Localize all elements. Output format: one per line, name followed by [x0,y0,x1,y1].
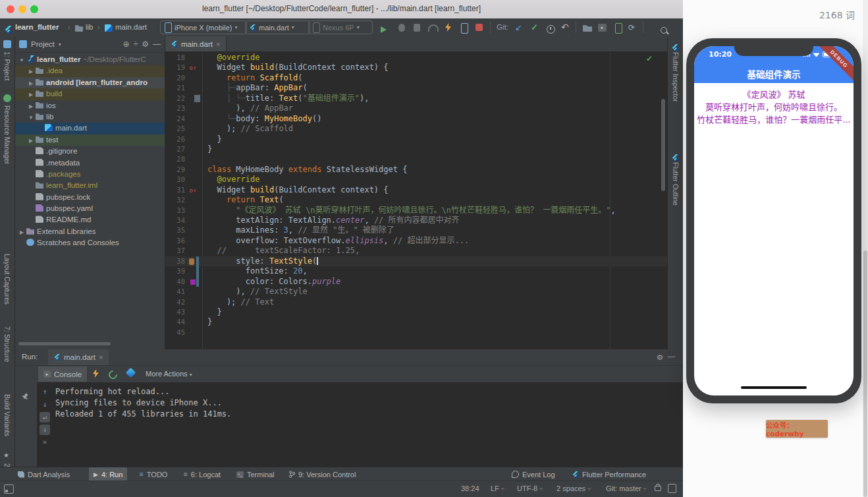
git-history-button[interactable] [547,25,555,34]
tree-item[interactable]: ▶android [learn_flutter_andro [15,77,165,88]
debug-button[interactable] [398,24,405,32]
code-line[interactable]: 25 ); // Scaffold [165,124,667,134]
more-icons-chevrons[interactable]: » [40,437,50,448]
tree-arrow-icon[interactable]: ▶ [27,101,35,112]
device-manager-icon[interactable] [615,23,622,34]
close-tab-icon[interactable]: × [216,40,220,48]
code-line[interactable]: 35 maxLines: 3, // 显然 "生。" 被删除了 [165,225,667,235]
run-anything-icon[interactable]: ▸ [598,24,607,32]
sync-icon[interactable]: ⟳ [628,23,635,32]
code-line[interactable]: 24 └─body: MyHomeBody() [165,114,667,124]
device-selector-dropdown[interactable]: iPhone X (mobile) ▾ [160,20,247,34]
tree-item[interactable]: main.dart [15,123,165,134]
code-line[interactable]: 19o↑ Widget build(BuildContext context) … [165,63,667,73]
android-device-dropdown[interactable]: Nexus 6P ▾ [308,20,373,34]
breadcrumb-lib[interactable]: lib [86,23,94,31]
console-tab[interactable]: ▸ Console [38,366,87,382]
scroll-down-icon[interactable]: ↓ [40,399,50,410]
settings-gear-icon[interactable]: ⚙ [142,40,149,49]
tree-item[interactable]: ▶External Libraries [15,226,165,237]
tree-arrow-icon[interactable]: ▶ [27,135,35,146]
code-line[interactable]: 37 // textScaleFactor: 1.25, [165,246,667,256]
toolwindow-logcat[interactable]: ≡ 6: Logcat [179,467,225,481]
code-line[interactable]: 18 @override [165,53,667,63]
tree-item[interactable]: learn_flutter.iml [15,180,165,191]
toolwindow-todo[interactable]: ≡ TODO [135,467,172,481]
code-line[interactable]: 20 return Scaffold( [165,73,667,83]
code-line[interactable]: 36 overflow: TextOverflow.ellipsis, // 超… [165,236,667,246]
run-config-dropdown[interactable]: main.dart ▾ [245,20,310,34]
code-line[interactable]: 43 } [165,307,667,317]
page-scrollbar-thumb[interactable] [863,250,867,497]
code-line[interactable]: 23 ), // AppBar [165,103,667,113]
collapse-all-icon[interactable]: ÷ [134,40,138,49]
code-line[interactable]: 41 ), // TextStyle [165,287,667,297]
home-indicator[interactable] [741,386,807,389]
pin-icon[interactable] [21,392,30,401]
tree-item[interactable]: Scratches and Consoles [15,237,165,248]
toolwindow-terminal[interactable]: ›_ Terminal [232,467,279,481]
dnd-columns-icon[interactable] [668,484,676,493]
toolwindow-event-log[interactable]: Event Log [507,467,560,481]
tree-item[interactable]: ▶.idea [15,65,165,76]
code-line[interactable]: 30 @override [165,175,667,185]
toolwindow-tab-flutter-inspector[interactable]: Flutter Inspector [672,52,680,102]
code-line[interactable]: 21 ├─appBar: AppBar( [165,83,667,93]
hot-restart-icon[interactable] [107,368,119,380]
code-line[interactable]: 22 │ └─title: Text("基础组件演示"), [165,94,667,103]
soft-wrap-icon[interactable]: ↵ [40,412,50,423]
inspections-ok-icon[interactable]: ✓ [646,54,653,63]
attach-debugger-button[interactable] [414,24,420,32]
hot-restart-button[interactable] [461,23,468,34]
tree-arrow-icon[interactable]: ▶ [27,78,35,89]
tree-item[interactable]: .packages [15,169,165,180]
dart-devtools-icon[interactable] [126,368,136,378]
run-settings-gear-icon[interactable]: ⚙ [657,353,663,362]
tree-item[interactable]: ▼learn_flutter ~/Desktop/FlutterC [15,54,165,65]
line-ending-selector[interactable]: LF ÷ [491,484,504,492]
code-line[interactable]: 44} [165,317,667,327]
code-line[interactable]: 28 [165,154,667,164]
tree-arrow-icon[interactable]: ▶ [27,89,35,100]
toolwindow-tab-layout-captures[interactable]: Layout Captures [3,254,11,305]
breadcrumb-file[interactable]: main.dart [115,23,147,31]
page-scrollbar-track[interactable] [863,0,868,497]
git-update-button[interactable]: ↙ [515,22,522,32]
toolwindow-toggle-icon[interactable] [4,484,14,494]
code-line[interactable]: 39 fontSize: 20, [165,266,667,276]
tree-item[interactable]: README.md [15,214,165,225]
tree-arrow-icon[interactable]: ▼ [18,55,26,66]
tree-item[interactable]: .metadata [15,158,165,169]
toolwindow-tab-structure[interactable]: 7: Structure [3,326,11,362]
run-button[interactable] [381,24,387,36]
code-line[interactable]: 33 "《定风波》 苏轼 \n莫听穿林打叶声，何妨吟啸且徐行。\n竹杖芒鞋轻胜马… [165,206,667,216]
hot-reload-button[interactable] [445,23,451,32]
code-line[interactable]: 45 [165,328,667,337]
code-line[interactable]: 40 color: Colors.purple [165,277,667,287]
tree-item[interactable]: ▼lib [15,111,165,123]
editor-tab-main-dart[interactable]: main.dart × [165,36,227,51]
toolwindow-tab-build-variants[interactable]: Build Variants [3,394,11,436]
toolwindow-tab-flutter-outline[interactable]: Flutter Outline [672,162,680,206]
tree-arrow-icon[interactable]: ▼ [27,112,35,123]
scroll-up-icon[interactable]: ↑ [40,387,50,397]
toolwindow-run[interactable]: ▶ 4: Run [89,467,127,481]
run-tab-main-dart[interactable]: main.dart × [48,349,109,365]
search-everywhere-icon[interactable] [661,27,667,34]
code-line[interactable]: 31o↑ Widget build(BuildContext context) … [165,185,667,195]
color-preview-swatch[interactable] [190,279,196,285]
readonly-lock-icon[interactable] [655,486,661,491]
tree-item[interactable]: ▶test [15,134,165,146]
tree-item[interactable]: pubspec.yaml [15,203,165,214]
code-line[interactable]: 38 style: TextStyle( [165,256,667,266]
close-tab-icon[interactable]: × [99,353,103,361]
encoding-selector[interactable]: UTF-8 ÷ [517,484,543,492]
code-line[interactable]: 32 return Text( [165,195,667,205]
sdk-manager-icon[interactable] [583,24,592,32]
git-branch-selector[interactable]: Git: master ÷ [606,484,647,492]
git-commit-button[interactable]: ✓ [531,22,538,32]
tree-arrow-icon[interactable]: ▶ [18,227,26,238]
hot-reload-icon[interactable] [93,369,99,378]
code-line[interactable]: 29class MyHomeBody extends StatelessWidg… [165,165,667,175]
project-horizontal-scrollbar[interactable] [18,342,111,345]
